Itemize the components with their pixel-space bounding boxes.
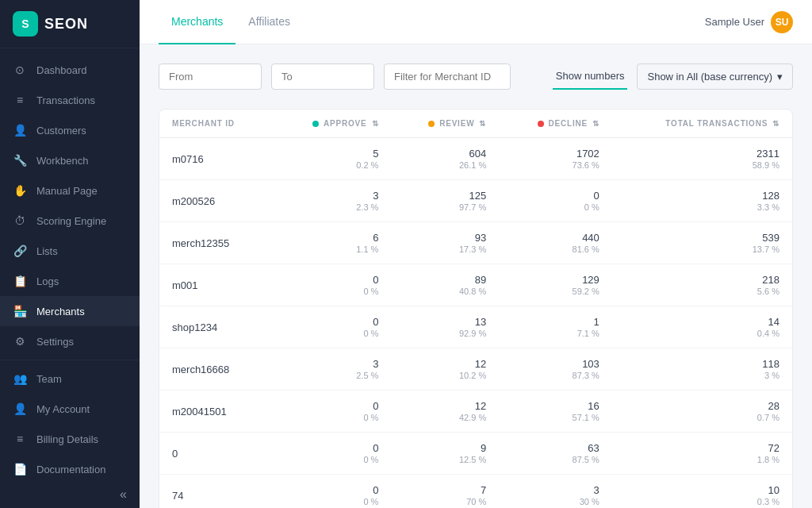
table-row[interactable]: merch12355 6 1.1 % 93 17.3 % 440 81.6 % …	[159, 222, 792, 264]
currency-dropdown-icon: ▾	[777, 71, 783, 83]
table-header: Merchant ID Approve ⇅	[159, 110, 792, 138]
tab-affiliates[interactable]: Affiliates	[236, 0, 303, 44]
sidebar-label-merchants: Merchants	[36, 306, 85, 318]
sidebar-item-workbench[interactable]: 🔧 Workbench	[0, 145, 140, 175]
sidebar-item-merchants[interactable]: 🏪 Merchants	[0, 296, 140, 326]
sidebar-item-team[interactable]: 👥 Team	[0, 364, 140, 394]
merchant-id-input[interactable]	[384, 64, 511, 90]
cell-decline: 1 7.1 %	[499, 306, 612, 348]
cell-review: 12 10.2 %	[391, 348, 499, 391]
col-header-total: Total Transactions ⇅	[612, 110, 792, 138]
sidebar-item-my-account[interactable]: 👤 My Account	[0, 394, 140, 424]
sidebar-divider	[0, 360, 140, 360]
sidebar-label-scoring-engine: Scoring Engine	[36, 215, 106, 227]
logo-text: SEON	[44, 16, 88, 33]
team-icon: 👥	[13, 371, 27, 386]
main-content: Merchants Affiliates Sample User SU Show…	[140, 0, 812, 508]
sidebar: S SEON ⊙ Dashboard ≡ Transactions 👤 Cust…	[0, 0, 140, 508]
sidebar-item-manual-page[interactable]: ✋ Manual Page	[0, 175, 140, 206]
logo-icon: S	[13, 11, 38, 37]
table-row[interactable]: m0716 5 0.2 % 604 26.1 % 1702 73.6 % 231…	[159, 138, 792, 180]
sidebar-item-transactions[interactable]: ≡ Transactions	[0, 85, 140, 115]
my-account-icon: 👤	[13, 402, 27, 416]
cell-decline: 129 59.2 %	[499, 264, 612, 306]
cell-review: 13 92.9 %	[391, 306, 499, 348]
cell-merchant-id: merch16668	[159, 348, 273, 391]
sidebar-label-lists: Lists	[36, 245, 58, 257]
cell-merchant-id: shop1234	[159, 306, 273, 348]
logo-letter: S	[21, 17, 29, 30]
avatar: SU	[771, 11, 793, 33]
review-dot	[428, 121, 435, 127]
show-currency-button[interactable]: Show in All (base currency) ▾	[637, 64, 793, 90]
cell-merchant-id: 74	[159, 475, 273, 509]
col-header-merchant-id: Merchant ID	[159, 110, 273, 138]
merchants-icon: 🏪	[13, 304, 27, 318]
tab-merchants[interactable]: Merchants	[159, 0, 236, 44]
merchants-table: Merchant ID Approve ⇅	[159, 110, 792, 508]
sidebar-collapse-button[interactable]: «	[0, 481, 140, 508]
logs-icon: 📋	[13, 274, 27, 288]
cell-approve: 0 0 %	[273, 306, 391, 348]
cell-decline: 3 30 %	[499, 475, 612, 509]
customers-icon: 👤	[13, 123, 27, 137]
user-menu[interactable]: Sample User SU	[705, 11, 793, 33]
billing-icon: ≡	[13, 432, 27, 446]
sidebar-item-scoring-engine[interactable]: ⏱ Scoring Engine	[0, 206, 140, 236]
sidebar-label-settings: Settings	[36, 336, 74, 348]
show-numbers-button[interactable]: Show numbers	[553, 64, 628, 90]
cell-merchant-id: 0	[159, 433, 273, 475]
cell-decline: 103 87.3 %	[499, 348, 612, 391]
from-input[interactable]	[159, 64, 262, 90]
table-row[interactable]: merch16668 3 2.5 % 12 10.2 % 103 87.3 % …	[159, 348, 792, 391]
cell-merchant-id: merch12355	[159, 222, 273, 264]
sidebar-item-billing[interactable]: ≡ Billing Details	[0, 424, 140, 454]
approve-sort-icon[interactable]: ⇅	[372, 119, 379, 128]
content-area: Show numbers Show in All (base currency)…	[140, 44, 812, 508]
logo-area: S SEON	[0, 0, 140, 48]
cell-total: 28 0.7 %	[612, 391, 792, 433]
total-sort-icon[interactable]: ⇅	[772, 119, 779, 128]
col-header-approve: Approve ⇅	[273, 110, 391, 138]
col-header-decline: Decline ⇅	[499, 110, 612, 138]
col-header-review: Review ⇅	[391, 110, 499, 138]
cell-total: 118 3 %	[612, 348, 792, 391]
table-row[interactable]: m200526 3 2.3 % 125 97.7 % 0 0 % 128 3.3…	[159, 180, 792, 222]
sidebar-item-settings[interactable]: ⚙ Settings	[0, 326, 140, 356]
table-body: m0716 5 0.2 % 604 26.1 % 1702 73.6 % 231…	[159, 138, 792, 509]
transactions-icon: ≡	[13, 93, 27, 107]
table-row[interactable]: m20041501 0 0 % 12 42.9 % 16 57.1 % 28 0…	[159, 391, 792, 433]
decline-sort-icon[interactable]: ⇅	[592, 119, 599, 128]
sidebar-item-dashboard[interactable]: ⊙ Dashboard	[0, 55, 140, 85]
table-row[interactable]: 0 0 0 % 9 12.5 % 63 87.5 % 72 1.8 %	[159, 433, 792, 475]
review-sort-icon[interactable]: ⇅	[479, 119, 486, 128]
cell-review: 12 42.9 %	[391, 391, 499, 433]
lists-icon: 🔗	[13, 244, 27, 258]
to-input[interactable]	[271, 64, 374, 90]
sidebar-label-my-account: My Account	[36, 403, 90, 415]
cell-approve: 6 1.1 %	[273, 222, 391, 264]
cell-decline: 440 81.6 %	[499, 222, 612, 264]
cell-total: 10 0.3 %	[612, 475, 792, 509]
sidebar-label-customers: Customers	[36, 125, 86, 137]
sidebar-label-manual-page: Manual Page	[36, 185, 98, 197]
filters-row: Show numbers Show in All (base currency)…	[159, 64, 793, 90]
table-row[interactable]: shop1234 0 0 % 13 92.9 % 1 7.1 % 14 0.4 …	[159, 306, 792, 348]
user-name: Sample User	[705, 16, 764, 28]
sidebar-label-logs: Logs	[36, 275, 59, 287]
sidebar-label-documentation: Documentation	[36, 464, 105, 475]
sidebar-item-logs[interactable]: 📋 Logs	[0, 266, 140, 296]
cell-merchant-id: m001	[159, 264, 273, 306]
cell-total: 14 0.4 %	[612, 306, 792, 348]
sidebar-label-team: Team	[36, 373, 62, 385]
sidebar-item-documentation[interactable]: 📄 Documentation	[0, 454, 140, 481]
cell-decline: 1702 73.6 %	[499, 138, 612, 180]
sidebar-item-customers[interactable]: 👤 Customers	[0, 115, 140, 145]
cell-approve: 0 0 %	[273, 391, 391, 433]
cell-review: 9 12.5 %	[391, 433, 499, 475]
table-row[interactable]: m001 0 0 % 89 40.8 % 129 59.2 % 218 5.6 …	[159, 264, 792, 306]
sidebar-item-lists[interactable]: 🔗 Lists	[0, 236, 140, 266]
cell-merchant-id: m20041501	[159, 391, 273, 433]
table-row[interactable]: 74 0 0 % 7 70 % 3 30 % 10 0.3 %	[159, 475, 792, 509]
cell-approve: 3 2.5 %	[273, 348, 391, 391]
